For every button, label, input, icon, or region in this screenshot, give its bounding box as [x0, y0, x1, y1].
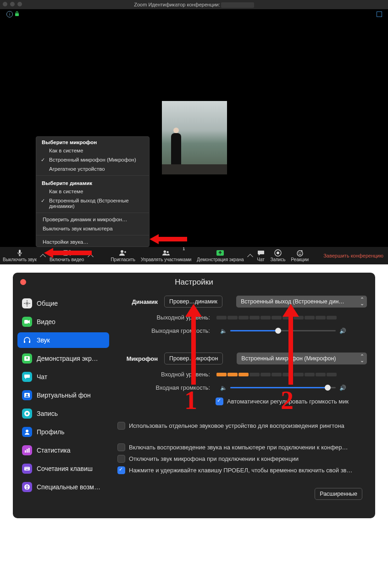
video-button[interactable]: Включить видео: [47, 247, 87, 264]
sidebar-item-profile[interactable]: Профиль: [17, 424, 109, 440]
sidebar-label: Виртуальный фон: [37, 392, 91, 399]
mic-device-value: Встроенный микрофон (Микрофон): [241, 355, 336, 362]
svg-rect-0: [15, 13, 19, 16]
record-icon: [22, 409, 32, 419]
share-icon: [22, 353, 32, 364]
push-to-talk-checkbox[interactable]: [117, 466, 125, 474]
chevron-up-icon: [88, 254, 94, 260]
gear-icon: [22, 298, 32, 308]
svg-point-13: [26, 302, 28, 305]
close-button[interactable]: [20, 279, 26, 285]
share-label: Демонстрация экрана: [197, 257, 244, 262]
svg-point-4: [121, 250, 123, 253]
svg-rect-15: [27, 305, 28, 307]
join-audio-checkbox[interactable]: [117, 443, 125, 451]
input-volume-slider[interactable]: [230, 387, 336, 388]
participants-button[interactable]: 1 Управлять участниками: [138, 247, 194, 264]
mute-pc-audio-item[interactable]: Выключить звук компьютера: [36, 224, 149, 233]
svg-rect-32: [26, 468, 27, 468]
video-icon: [22, 317, 32, 327]
sidebar-label: Видео: [37, 318, 55, 325]
meeting-toolbar: Выключить звук Включить видео Пригласить…: [0, 247, 388, 264]
sidebar-label: Демонстрация экр…: [37, 355, 98, 362]
svg-rect-1: [19, 250, 21, 253]
speaker-device-value: Встроенный выход (Встроенные дин…: [241, 298, 344, 305]
record-label: Запись: [271, 257, 286, 262]
chat-icon: [22, 372, 32, 382]
sidebar-item-vbg[interactable]: Виртуальный фон: [17, 387, 109, 403]
max-dot[interactable]: [17, 2, 22, 6]
sidebar-item-keys[interactable]: Сочетания клавиш: [17, 461, 109, 476]
volume-low-icon: 🔈: [220, 385, 227, 391]
sidebar-label: Запись: [37, 410, 58, 417]
mic-option-aggregate[interactable]: Агрегатное устройство: [36, 164, 149, 174]
test-mic-button[interactable]: Провер…икрофон: [164, 353, 223, 364]
svg-rect-34: [28, 468, 28, 468]
fullscreen-icon[interactable]: [376, 11, 382, 17]
mute-on-join-checkbox[interactable]: [117, 455, 125, 463]
microphone-icon: [16, 249, 24, 257]
close-dot[interactable]: [3, 2, 7, 6]
output-volume-slider[interactable]: [230, 330, 336, 331]
sidebar-item-share[interactable]: Демонстрация экр…: [17, 351, 109, 366]
mute-button[interactable]: Выключить звук: [0, 247, 39, 264]
audio-settings-item[interactable]: Настройки звука…: [36, 237, 149, 246]
reactions-button[interactable]: Реакции: [288, 247, 311, 264]
sidebar-item-record[interactable]: Запись: [17, 406, 109, 421]
chevron-updown-icon: ⌃⌄: [360, 297, 364, 306]
invite-label: Пригласить: [111, 257, 135, 262]
mic-option-system[interactable]: Как в системе: [36, 146, 149, 155]
spk-option-builtin[interactable]: Встроенный выход (Встроенные динамики): [36, 196, 149, 211]
test-audio-item[interactable]: Проверить динамик и микрофон…: [36, 215, 149, 224]
settings-title: Настройки: [175, 278, 213, 286]
meeting-id-masked: [221, 2, 254, 8]
record-button[interactable]: Запись: [268, 247, 288, 264]
share-options-chevron[interactable]: [247, 247, 254, 264]
info-icon[interactable]: i: [6, 11, 13, 17]
keyboard-icon: [22, 464, 32, 474]
traffic-lights[interactable]: [3, 2, 22, 6]
mute-on-join-label: Отключить звук микрофона при подключении…: [129, 455, 299, 462]
min-dot[interactable]: [10, 2, 15, 6]
headphones-icon: [22, 335, 32, 345]
sidebar-item-chat[interactable]: Чат: [17, 369, 109, 385]
sidebar-item-video[interactable]: Видео: [17, 314, 109, 330]
svg-rect-33: [27, 468, 28, 468]
leave-meeting-button[interactable]: Завершить конференцию: [323, 253, 388, 258]
encrypted-lock-icon: [15, 11, 19, 17]
advanced-button[interactable]: Расширенные: [315, 488, 362, 500]
mic-option-builtin[interactable]: Встроенный микрофон (Микрофон): [36, 155, 149, 164]
auto-adjust-checkbox[interactable]: [216, 398, 223, 405]
sidebar-label: Специальные возм…: [37, 483, 100, 491]
svg-point-6: [167, 251, 169, 253]
sidebar-label: Статистика: [37, 447, 71, 454]
invite-button[interactable]: Пригласить: [108, 247, 138, 264]
chat-button[interactable]: Чат: [254, 247, 268, 264]
slider-thumb[interactable]: [325, 385, 331, 391]
sidebar-item-audio[interactable]: Звук: [17, 332, 109, 348]
accessibility-icon: [22, 482, 32, 492]
sidebar-item-general[interactable]: Общие: [17, 296, 109, 311]
mic-device-select[interactable]: Встроенный микрофон (Микрофон) ⌃⌄: [237, 353, 367, 364]
svg-rect-35: [26, 469, 28, 470]
volume-low-icon: 🔈: [220, 328, 227, 334]
svg-rect-31: [25, 468, 26, 468]
ringtone-device-label: Использовать отдельное звуковое устройст…: [129, 422, 344, 429]
sidebar-item-stats[interactable]: Статистика: [17, 442, 109, 458]
audio-options-menu: Выберите микрофон Как в системе Встроенн…: [36, 136, 150, 247]
speaker-section-label: Динамик: [114, 298, 164, 305]
svg-rect-18: [24, 320, 28, 324]
share-screen-button[interactable]: Демонстрация экрана: [194, 247, 246, 264]
speaker-video-tile[interactable]: [162, 101, 227, 174]
sidebar-item-accessibility[interactable]: Специальные возм…: [17, 479, 109, 495]
speaker-device-select[interactable]: Встроенный выход (Встроенные дин… ⌃⌄: [236, 296, 367, 308]
test-speaker-button[interactable]: Провер…динамик: [164, 296, 222, 308]
audio-options-chevron[interactable]: [39, 247, 47, 264]
svg-point-26: [26, 430, 28, 432]
spk-option-system[interactable]: Как в системе: [36, 187, 149, 196]
slider-thumb[interactable]: [275, 328, 281, 334]
ringtone-device-checkbox[interactable]: [117, 422, 125, 430]
input-level-label: Входной уровень:: [114, 371, 216, 378]
video-options-chevron[interactable]: [87, 247, 94, 264]
auto-adjust-label: Автоматически регулировать громкость мик: [227, 398, 349, 405]
